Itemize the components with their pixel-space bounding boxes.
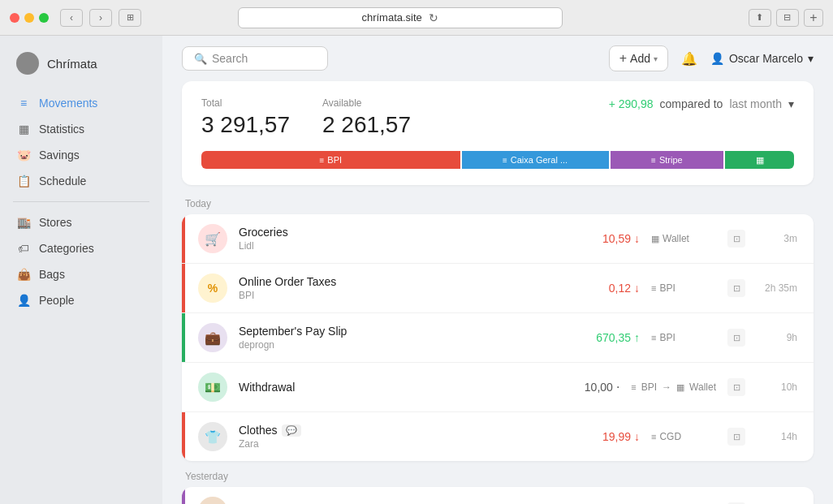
sidebar-item-label-people: People: [39, 294, 75, 307]
app-container: Chrímata ≡ Movements ▦ Statistics 🐷 Savi…: [0, 36, 833, 504]
nav-forward-button[interactable]: ›: [89, 9, 112, 27]
tx-icon-tax: %: [198, 274, 227, 303]
sidebar-item-people[interactable]: 👤 People: [6, 288, 156, 312]
to-bank-icon: ▦: [676, 382, 684, 393]
total-amount: 3 291,57: [201, 112, 290, 138]
tx-subtitle-pay: deprogn: [239, 339, 585, 351]
summary-top: Total 3 291,57 Available 2 261,57 + 290,…: [201, 97, 794, 138]
tx-bank-groceries: ▦ Wallet: [651, 233, 716, 244]
tx-bar-clothes: [182, 412, 185, 461]
tx-amount-value-clothes: 19,99: [602, 430, 631, 443]
brand-name: Chrímata: [47, 57, 97, 71]
caixa-bar-icon: ≡: [503, 156, 507, 165]
tx-info-groceries: Groceries Lidl: [239, 226, 591, 252]
dashboard: Total 3 291,57 Available 2 261,57 + 290,…: [162, 81, 833, 504]
url-text: chrímata.site: [361, 11, 421, 24]
share-button[interactable]: ⬆: [749, 9, 771, 27]
sidebar-item-label-bags: Bags: [39, 268, 65, 281]
bank-icon-groceries: ▦: [651, 234, 659, 244]
stripe-bar-label: Stripe: [659, 155, 683, 165]
available-amount: 2 261,57: [322, 112, 411, 138]
tx-title-groceries: Groceries: [239, 226, 591, 239]
savings-icon: 🐷: [16, 149, 31, 162]
search-icon: 🔍: [194, 53, 207, 65]
month-selector[interactable]: last month: [729, 97, 782, 110]
tx-info-withdrawal: Withdrawal: [239, 381, 573, 394]
search-box[interactable]: 🔍 Search: [182, 46, 328, 71]
transactions-yesterday-card: ☕ Coffee 2,50 ↓ ▦ Carteira ⊡: [182, 487, 814, 504]
sidebar-item-stores[interactable]: 🏬 Stores: [6, 210, 156, 235]
tx-bank-pay: ≡ BPI: [651, 332, 716, 343]
tx-action-clothes[interactable]: ⊡: [727, 428, 745, 446]
sidebar-item-bags[interactable]: 👜 Bags: [6, 262, 156, 286]
refresh-button[interactable]: ↻: [429, 11, 438, 24]
tx-amount-value-withdrawal: 10,00: [585, 381, 613, 394]
tx-bank-clothes: ≡ CGD: [651, 431, 716, 442]
user-badge[interactable]: 👤 Oscar Marcelo ▾: [710, 52, 814, 65]
tx-icon-clothes: 👕: [198, 422, 227, 451]
tx-time-clothes: 14h: [757, 431, 797, 442]
tx-time-groceries: 3m: [757, 233, 797, 244]
sidebar-item-savings[interactable]: 🐷 Savings: [6, 143, 156, 167]
bank-icon-clothes: ≡: [651, 432, 656, 442]
add-button[interactable]: + Add ▾: [609, 45, 668, 71]
sidebar-item-statistics[interactable]: ▦ Statistics: [6, 117, 156, 141]
tx-arrow-clothes: ↓: [634, 430, 640, 443]
bags-icon: 👜: [16, 268, 31, 281]
sidebar-item-label-schedule: Schedule: [39, 174, 86, 187]
tx-title-text-tax: Online Order Taxes: [239, 275, 336, 288]
table-row: 🛒 Groceries Lidl 10,59 ↓ ▦ Wallet: [182, 214, 814, 264]
tx-bar-tax: [182, 264, 185, 312]
tx-amount-tax: 0,12 ↓: [609, 282, 640, 295]
tx-time-withdrawal: 10h: [757, 381, 797, 393]
close-button[interactable]: [10, 13, 19, 23]
change-amount: + 290,98: [609, 97, 654, 110]
minimize-button[interactable]: [24, 13, 34, 23]
tx-time-pay: 9h: [757, 332, 797, 343]
table-row: 👕 Clothes 💬 Zara 19,99 ↓ ≡ CG: [182, 412, 814, 461]
tx-title-pay: September's Pay Slip: [239, 325, 585, 338]
user-icon: 👤: [710, 52, 724, 65]
section-yesterday: Yesterday: [182, 471, 814, 482]
tx-title-text-clothes: Clothes: [239, 424, 277, 437]
tx-action-withdrawal[interactable]: ⊡: [727, 378, 745, 396]
main-content: 🔍 Search + Add ▾ 🔔 👤 Oscar Marcelo ▾: [162, 36, 833, 504]
sidebar-item-schedule[interactable]: 📋 Schedule: [6, 169, 156, 193]
sidebar-item-categories[interactable]: 🏷 Categories: [6, 236, 156, 261]
tx-icon-coffee: ☕: [198, 497, 227, 504]
stores-icon: 🏬: [16, 216, 31, 229]
tx-arrow-pay: ↑: [634, 331, 640, 344]
tabs-button[interactable]: ⊟: [776, 9, 799, 27]
topbar-right: + Add ▾ 🔔 👤 Oscar Marcelo ▾: [609, 45, 814, 71]
titlebar-actions: ⬆ ⊟ +: [749, 9, 823, 27]
sidebar: Chrímata ≡ Movements ▦ Statistics 🐷 Savi…: [0, 36, 162, 504]
month-arrow: ▾: [788, 97, 794, 110]
tx-action-pay[interactable]: ⊡: [727, 329, 745, 347]
notification-button[interactable]: 🔔: [681, 51, 697, 67]
tx-info-pay: September's Pay Slip deprogn: [239, 325, 585, 351]
from-bank-name: BPI: [641, 381, 657, 393]
new-tab-button[interactable]: +: [804, 9, 823, 27]
titlebar: ‹ › ⊞ chrímata.site ↻ ⬆ ⊟ +: [0, 0, 833, 36]
sidebar-item-label-statistics: Statistics: [39, 123, 84, 136]
tx-amount-pay: 670,35 ↑: [596, 331, 640, 344]
available-label: Available: [322, 97, 411, 109]
tx-transfer-info: ≡ BPI → ▦ Wallet: [631, 381, 716, 393]
maximize-button[interactable]: [39, 13, 49, 23]
url-bar[interactable]: chrímata.site ↻: [238, 7, 563, 28]
tx-action-tax[interactable]: ⊡: [727, 279, 745, 297]
pb-caixa: ≡ Caixa Geral ...: [462, 151, 609, 169]
traffic-lights: [10, 13, 49, 23]
bank-name-groceries: Wallet: [663, 233, 689, 244]
sidebar-item-movements[interactable]: ≡ Movements: [6, 91, 156, 115]
add-dropdown-arrow: ▾: [654, 54, 658, 63]
tx-arrow-tax: ↓: [634, 282, 640, 295]
pb-stripe: ≡ Stripe: [611, 151, 724, 169]
nav-back-button[interactable]: ‹: [60, 9, 83, 27]
window-view-button[interactable]: ⊞: [119, 9, 141, 27]
tx-arrow-groceries: ↓: [634, 232, 640, 245]
tx-action-groceries[interactable]: ⊡: [727, 230, 745, 248]
tx-icon-pay: 💼: [198, 323, 227, 352]
bank-icon-pay: ≡: [651, 333, 656, 342]
pb-other: ▦: [725, 151, 794, 169]
